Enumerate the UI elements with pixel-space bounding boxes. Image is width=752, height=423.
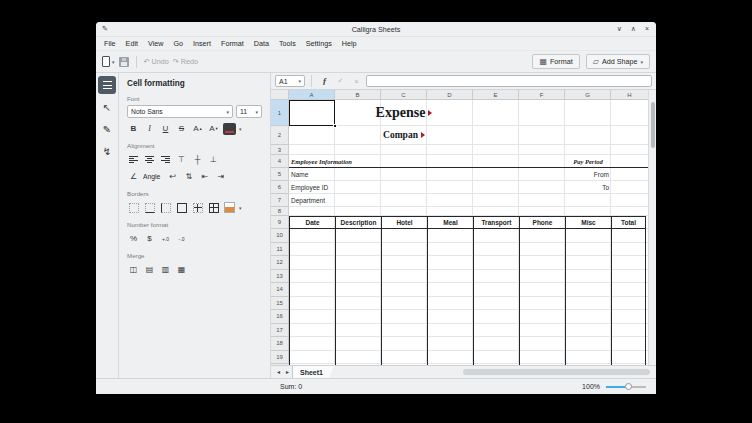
row-header-17[interactable]: 17 (271, 324, 289, 338)
increase-indent-button[interactable]: ⇥ (214, 170, 227, 183)
font-color-button[interactable] (223, 123, 236, 135)
menu-insert[interactable]: Insert (188, 39, 216, 48)
zoom-slider-handle[interactable] (625, 383, 632, 390)
formula-input[interactable] (366, 75, 652, 87)
sheet-row-18[interactable] (289, 337, 648, 351)
grow-font-button[interactable]: A▴ (191, 122, 204, 135)
vertical-scrollbar-thumb[interactable] (651, 102, 655, 148)
undo-button[interactable]: ↶ Undo (144, 57, 169, 66)
wrap-text-button[interactable]: ↩ (166, 170, 179, 183)
sheet-row-19[interactable] (289, 351, 648, 365)
shrink-font-button[interactable]: A▾ (207, 122, 220, 135)
decrease-indent-button[interactable]: ⇤ (198, 170, 211, 183)
bold-button[interactable]: B (127, 122, 140, 135)
next-sheet-button[interactable]: ► (283, 369, 292, 375)
new-document-button[interactable]: ▾ (102, 56, 115, 67)
pointer-tool-button[interactable]: ↖ (98, 98, 116, 116)
sheet-row-14[interactable] (289, 283, 648, 297)
row-header-2[interactable]: 2 (271, 126, 289, 145)
row-header-18[interactable]: 18 (271, 337, 289, 351)
border-none-button[interactable] (127, 201, 140, 214)
row-header-7[interactable]: 7 (271, 194, 289, 207)
column-header-d[interactable]: D (427, 90, 473, 99)
border-inner-button[interactable] (191, 201, 204, 214)
row-header-4[interactable]: 4 (271, 155, 289, 168)
maximize-button[interactable]: ∧ (631, 25, 636, 33)
close-button[interactable]: × (645, 25, 649, 33)
sheet-row-6[interactable]: Employee IDTo (289, 181, 648, 194)
menu-tools[interactable]: Tools (274, 39, 301, 48)
row-header-16[interactable]: 16 (271, 310, 289, 324)
cancel-formula-button[interactable]: × (350, 75, 363, 88)
sheet-row-16[interactable] (289, 310, 648, 324)
connector-tool-button[interactable]: ↯ (98, 142, 116, 160)
strikethrough-button[interactable]: S (175, 122, 188, 135)
sheet-row-2[interactable]: Compan (289, 126, 648, 145)
horizontal-scrollbar[interactable] (334, 366, 656, 378)
format-button[interactable]: ▦ Format (532, 54, 579, 69)
row-header-12[interactable]: 12 (271, 256, 289, 270)
row-header-1[interactable]: 1 (271, 100, 289, 126)
italic-button[interactable]: I (143, 122, 156, 135)
freehand-tool-button[interactable]: ✎ (98, 120, 116, 138)
row-header-5[interactable]: 5 (271, 168, 289, 181)
column-header-b[interactable]: B (335, 90, 381, 99)
increase-precision-button[interactable]: +.0 (159, 232, 172, 245)
border-outer-button[interactable] (175, 201, 188, 214)
row-header-8[interactable]: 8 (271, 207, 289, 216)
row-header-19[interactable]: 19 (271, 351, 289, 365)
sheet-row-11[interactable] (289, 243, 648, 257)
menu-view[interactable]: View (143, 39, 168, 48)
align-bottom-button[interactable]: ⊥ (207, 153, 220, 166)
sheet-row-17[interactable] (289, 324, 648, 338)
cell-format-tool-button[interactable] (98, 76, 116, 94)
sheet-tab-sheet1[interactable]: Sheet1 (292, 366, 334, 378)
merge-cells-button[interactable]: ◫ (127, 263, 140, 276)
select-all-corner[interactable] (271, 90, 289, 99)
redo-button[interactable]: ↷ Redo (173, 57, 198, 66)
menu-settings[interactable]: Settings (301, 39, 337, 48)
column-header-h[interactable]: H (611, 90, 648, 99)
dissociate-cells-button[interactable]: ▦ (175, 263, 188, 276)
sheet-row-13[interactable] (289, 270, 648, 284)
merge-vertical-button[interactable]: ▥ (159, 263, 172, 276)
align-top-button[interactable]: ⊤ (175, 153, 188, 166)
currency-button[interactable]: $ (143, 232, 156, 245)
row-header-9[interactable]: 9 (271, 216, 289, 229)
row-header-11[interactable]: 11 (271, 243, 289, 257)
sheet-row-7[interactable]: Department (289, 194, 648, 207)
column-header-a[interactable]: A (289, 90, 335, 99)
sheet-row-1[interactable]: Expense (289, 100, 648, 126)
menu-format[interactable]: Format (216, 39, 249, 48)
border-all-button[interactable] (207, 201, 220, 214)
column-header-e[interactable]: E (473, 90, 519, 99)
title-bar[interactable]: ✎ Calligra Sheets ∨ ∧ × (96, 22, 656, 37)
row-header-10[interactable]: 10 (271, 229, 289, 243)
sheet-row-12[interactable] (289, 256, 648, 270)
font-color-dropdown-icon[interactable]: ▾ (239, 126, 242, 132)
border-color-dropdown-icon[interactable]: ▾ (239, 205, 242, 211)
sheet-row-9[interactable] (289, 216, 648, 229)
font-size-select[interactable]: 11 ▾ (236, 105, 262, 118)
zoom-slider[interactable] (606, 382, 646, 391)
percent-button[interactable]: % (127, 232, 140, 245)
column-header-f[interactable]: F (519, 90, 565, 99)
sheet-row-4[interactable]: Employee InformationPay Period (289, 155, 648, 168)
border-color-button[interactable] (223, 201, 236, 214)
cell-reference-box[interactable]: A1 ▾ (275, 75, 305, 87)
angle-button[interactable]: ∠ (127, 170, 140, 183)
align-center-button[interactable] (143, 153, 156, 166)
row-header-13[interactable]: 13 (271, 270, 289, 284)
minimize-button[interactable]: ∨ (617, 25, 622, 33)
menu-help[interactable]: Help (337, 39, 362, 48)
sheet-grid[interactable]: ABCDEFGH 12345678910111213141516171819 E… (271, 90, 648, 365)
insert-function-button[interactable]: ƒ (318, 75, 331, 88)
align-middle-button[interactable]: ┼ (191, 153, 204, 166)
row-header-6[interactable]: 6 (271, 181, 289, 194)
underline-button[interactable]: U (159, 122, 172, 135)
font-family-select[interactable]: Noto Sans ▾ (127, 105, 233, 118)
align-left-button[interactable] (127, 153, 140, 166)
save-button[interactable] (119, 57, 129, 67)
menu-go[interactable]: Go (168, 39, 188, 48)
horizontal-scrollbar-thumb[interactable] (463, 369, 650, 375)
